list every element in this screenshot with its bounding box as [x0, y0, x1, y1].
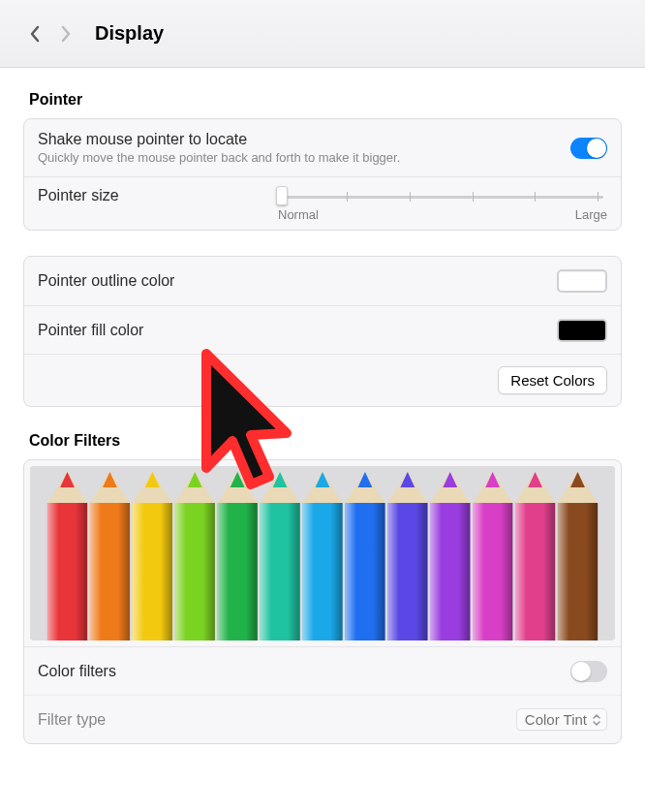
svg-rect-2	[47, 503, 87, 640]
page-title: Display	[95, 22, 164, 45]
svg-rect-10	[133, 503, 172, 640]
fill-color-row: Pointer fill color	[24, 305, 621, 354]
outline-color-well[interactable]	[557, 269, 607, 293]
filter-type-select[interactable]: Color Tint	[516, 708, 607, 731]
forward-button[interactable]	[52, 20, 79, 47]
svg-rect-18	[218, 503, 258, 640]
shake-row: Shake mouse pointer to locate Quickly mo…	[24, 119, 621, 176]
pointer-group-1: Shake mouse pointer to locate Quickly mo…	[23, 118, 622, 231]
svg-rect-42	[473, 503, 512, 640]
shake-title: Shake mouse pointer to locate	[38, 131, 570, 148]
pointer-group-2: Pointer outline color Pointer fill color…	[23, 256, 622, 407]
svg-rect-34	[387, 503, 427, 640]
svg-rect-38	[430, 503, 470, 640]
color-filters-toggle-label: Color filters	[38, 663, 116, 680]
titlebar: Display	[0, 0, 645, 68]
svg-rect-22	[260, 503, 299, 640]
fill-color-label: Pointer fill color	[38, 322, 143, 339]
pointer-size-row: Pointer size Normal Large	[24, 176, 621, 230]
pencils-illustration	[30, 466, 615, 640]
svg-rect-26	[302, 503, 342, 640]
svg-rect-50	[558, 503, 598, 640]
reset-colors-button[interactable]: Reset Colors	[498, 366, 607, 394]
svg-rect-30	[345, 503, 384, 640]
pencils-row	[24, 460, 621, 646]
slider-thumb[interactable]	[276, 186, 288, 205]
slider-max-label: Large	[575, 207, 607, 222]
slider-min-label: Normal	[278, 207, 319, 222]
filter-type-row: Filter type Color Tint	[24, 695, 621, 743]
svg-rect-6	[90, 503, 130, 640]
pointer-size-slider[interactable]	[278, 187, 607, 204]
color-filters-toggle-row: Color filters	[24, 646, 621, 695]
content: Pointer Shake mouse pointer to locate Qu…	[0, 68, 645, 744]
shake-subtitle: Quickly move the mouse pointer back and …	[38, 150, 570, 165]
reset-row: Reset Colors	[24, 354, 621, 406]
filter-type-label: Filter type	[38, 711, 106, 729]
pointer-size-label: Pointer size	[38, 187, 119, 204]
chevron-up-down-icon	[591, 712, 602, 728]
filter-type-value: Color Tint	[525, 711, 587, 728]
color-filters-toggle[interactable]	[570, 661, 607, 682]
outline-color-label: Pointer outline color	[38, 272, 174, 290]
color-filters-group: Color filters Filter type Color Tint	[23, 459, 622, 744]
pointer-heading: Pointer	[29, 91, 622, 109]
fill-color-well[interactable]	[557, 319, 607, 342]
color-filters-heading: Color Filters	[29, 432, 622, 450]
outline-color-row: Pointer outline color	[24, 257, 621, 305]
back-button[interactable]	[21, 20, 48, 47]
svg-rect-14	[175, 503, 215, 640]
svg-rect-46	[515, 503, 555, 640]
shake-toggle[interactable]	[570, 138, 607, 159]
